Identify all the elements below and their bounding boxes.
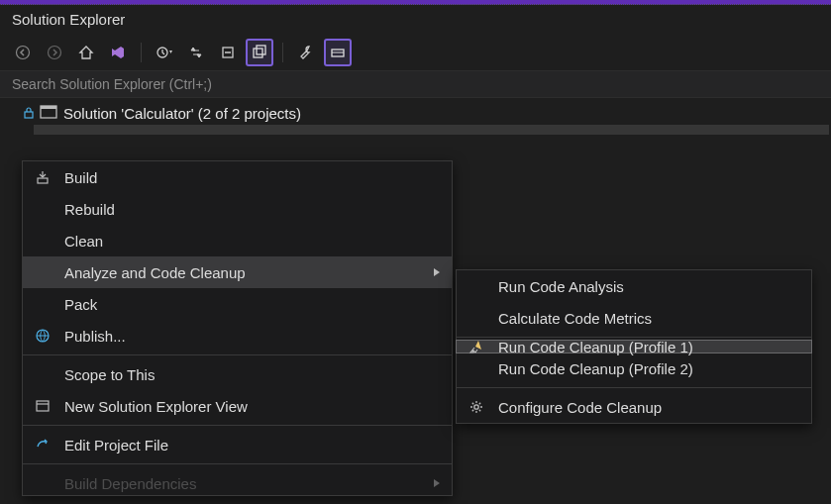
menu-pack[interactable]: Pack	[23, 288, 452, 320]
menu-build-dependencies[interactable]: Build Dependencies	[23, 467, 452, 495]
svg-point-0	[17, 46, 30, 58]
svg-rect-5	[257, 46, 265, 54]
edit-icon	[31, 435, 54, 454]
menu-rebuild[interactable]: Rebuild	[23, 193, 452, 225]
solution-node[interactable]: Solution 'Calculator' (2 of 2 projects)	[0, 102, 831, 125]
menu-label: Build Dependencies	[64, 475, 424, 492]
preview-selected-items-button[interactable]	[325, 40, 351, 65]
blank-icon	[465, 308, 488, 328]
menu-edit-project-file[interactable]: Edit Project File	[23, 429, 452, 460]
menu-scope-to-this[interactable]: Scope to This	[23, 358, 452, 390]
vs-icon[interactable]	[105, 40, 131, 65]
sync-button[interactable]	[183, 40, 209, 65]
menu-label: Scope to This	[64, 366, 440, 383]
blank-icon	[31, 199, 54, 219]
svg-rect-12	[37, 401, 49, 411]
solution-icon	[40, 105, 57, 122]
submenu-run-code-analysis[interactable]: Run Code Analysis	[457, 270, 811, 302]
panel-title: Solution Explorer	[0, 5, 831, 34]
toolbar-separator	[282, 43, 283, 62]
blank-icon	[31, 231, 54, 251]
menu-publish[interactable]: Publish...	[23, 320, 452, 352]
build-icon	[31, 167, 54, 187]
menu-build[interactable]: Build	[23, 161, 452, 193]
globe-icon	[31, 326, 54, 346]
toolbar-separator	[141, 43, 142, 62]
menu-label: Publish...	[64, 328, 440, 345]
submenu-arrow-icon	[434, 268, 440, 276]
home-button[interactable]	[73, 40, 99, 65]
nav-forward-button[interactable]	[42, 40, 67, 65]
properties-button[interactable]	[293, 40, 319, 65]
show-all-files-button[interactable]	[247, 40, 272, 65]
svg-rect-7	[25, 112, 33, 118]
search-input[interactable]: Search Solution Explorer (Ctrl+;)	[0, 71, 831, 98]
menu-label: Run Code Cleanup (Profile 1)	[498, 339, 799, 355]
solution-tree[interactable]: Solution 'Calculator' (2 of 2 projects)	[0, 98, 831, 135]
blank-icon	[465, 276, 488, 296]
blank-icon	[31, 262, 54, 282]
menu-analyze-and-code-cleanup[interactable]: Analyze and Code Cleanup	[23, 256, 452, 288]
submenu-configure-code-cleanup[interactable]: Configure Code Cleanup	[457, 391, 811, 423]
menu-separator	[457, 387, 811, 388]
menu-label: Build	[64, 169, 440, 186]
nav-back-button[interactable]	[10, 40, 36, 65]
selected-tree-row[interactable]	[34, 125, 829, 135]
menu-label: Analyze and Code Cleanup	[64, 264, 424, 281]
menu-label: Run Code Analysis	[498, 278, 799, 295]
submenu-run-code-cleanup-profile-1[interactable]: Run Code Cleanup (Profile 1)	[456, 340, 812, 353]
svg-rect-9	[41, 106, 56, 109]
lock-icon	[24, 105, 34, 122]
blank-icon	[31, 473, 54, 493]
menu-new-solution-explorer-view[interactable]: New Solution Explorer View	[23, 390, 452, 422]
broom-icon	[465, 337, 488, 356]
context-submenu: Run Code Analysis Calculate Code Metrics…	[456, 269, 812, 424]
menu-label: Calculate Code Metrics	[498, 310, 799, 327]
svg-point-1	[49, 46, 61, 58]
search-placeholder-text: Search Solution Explorer (Ctrl+;)	[12, 76, 212, 92]
svg-point-13	[474, 405, 478, 409]
window-icon	[31, 396, 54, 416]
blank-icon	[31, 294, 54, 314]
toolbar	[0, 34, 831, 71]
menu-label: Rebuild	[64, 201, 440, 218]
blank-icon	[465, 358, 488, 378]
menu-label: Configure Code Cleanup	[498, 399, 799, 416]
svg-rect-4	[254, 49, 262, 57]
menu-label: Edit Project File	[64, 437, 440, 454]
gear-icon	[465, 397, 488, 417]
submenu-run-code-cleanup-profile-2[interactable]: Run Code Cleanup (Profile 2)	[457, 353, 811, 384]
menu-label: Run Code Cleanup (Profile 2)	[498, 360, 799, 377]
menu-label: Pack	[64, 296, 440, 313]
solution-label: Solution 'Calculator' (2 of 2 projects)	[63, 105, 301, 122]
submenu-arrow-icon	[434, 479, 440, 487]
blank-icon	[31, 364, 54, 384]
menu-label: New Solution Explorer View	[64, 398, 440, 415]
menu-separator	[23, 463, 452, 464]
submenu-calculate-code-metrics[interactable]: Calculate Code Metrics	[457, 302, 811, 334]
pending-changes-filter-button[interactable]	[152, 40, 177, 65]
context-menu: Build Rebuild Clean Analyze and Code Cle…	[22, 160, 453, 496]
menu-clean[interactable]: Clean	[23, 225, 452, 256]
menu-separator	[23, 354, 452, 355]
svg-rect-10	[38, 178, 48, 183]
menu-separator	[23, 425, 452, 426]
menu-label: Clean	[64, 233, 440, 250]
collapse-all-button[interactable]	[215, 40, 241, 65]
